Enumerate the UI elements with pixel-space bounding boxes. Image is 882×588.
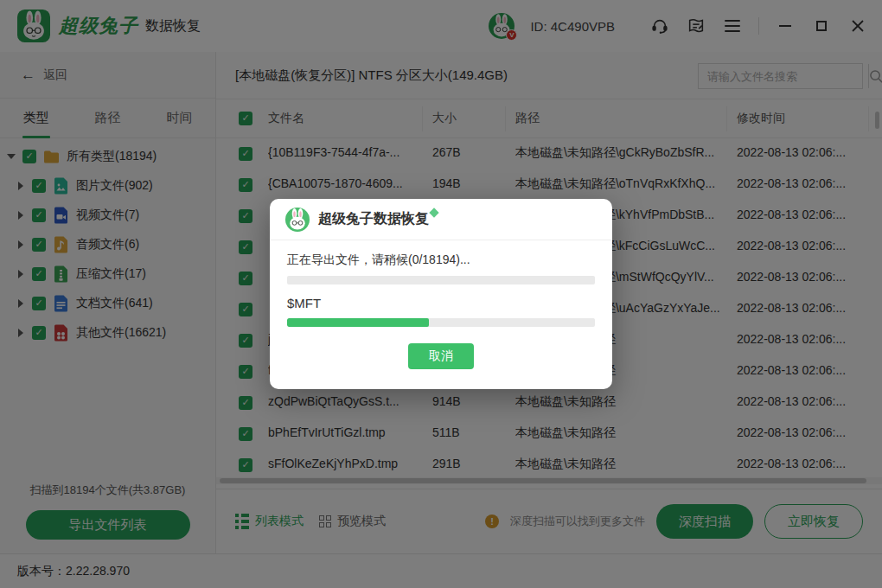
file-progress-fill bbox=[287, 318, 429, 327]
cancel-button[interactable]: 取消 bbox=[408, 343, 474, 369]
dialog-rabbit-icon bbox=[285, 208, 310, 232]
dialog-header: 超级兔子数据恢复 bbox=[270, 199, 612, 240]
diamond-accent-icon bbox=[429, 208, 438, 217]
current-file-name: $MFT bbox=[287, 296, 595, 310]
file-progress-bar bbox=[287, 318, 595, 327]
export-progress-dialog: 超级兔子数据恢复 正在导出文件，请稍候(0/18194)... $MFT 取消 bbox=[270, 199, 612, 389]
app-window: 超级兔子 数据恢复 V ID: 4C490VPB bbox=[0, 0, 882, 588]
dialog-title: 超级兔子数据恢复 bbox=[318, 210, 429, 228]
export-status-text: 正在导出文件，请稍候(0/18194)... bbox=[287, 252, 595, 268]
overall-progress-bar bbox=[287, 276, 595, 284]
